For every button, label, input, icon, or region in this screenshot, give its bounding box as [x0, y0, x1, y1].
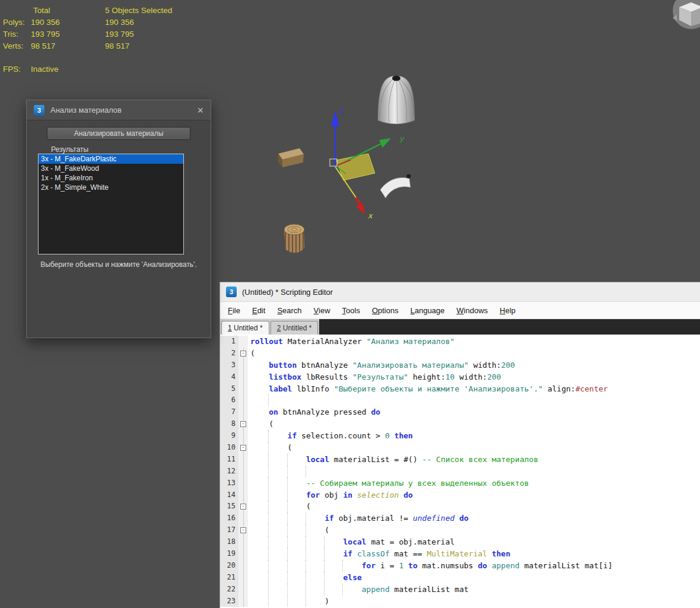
code-text: [248, 394, 700, 406]
editor-tab-2[interactable]: 2 Untitled *: [271, 321, 319, 335]
fold-margin: [238, 572, 248, 584]
fold-margin: -: [238, 501, 248, 512]
code-text: (: [248, 524, 700, 536]
menu-options[interactable]: Options: [366, 304, 405, 317]
indent-guide: [250, 478, 269, 489]
scripting-editor-window: 3 (Untitled) * Scripting Editor FileEdit…: [219, 282, 700, 608]
dialog-titlebar[interactable]: 3 Анализ материалов ×: [27, 100, 211, 120]
menu-help[interactable]: Help: [494, 304, 521, 317]
indent-guide: [269, 478, 287, 489]
menu-tools[interactable]: Tools: [336, 304, 366, 317]
line-number: 20: [220, 560, 238, 572]
indent-guide: [288, 572, 306, 584]
curved-panel-object[interactable]: [380, 174, 411, 199]
indent-guide: [288, 524, 306, 536]
fold-collapse-icon[interactable]: -: [240, 504, 246, 510]
code-text: if classOf mat == MultiMaterial then: [248, 548, 700, 560]
stats-selected-value: 98 517: [105, 40, 172, 52]
code-text: rollout MaterialAnalyzer "Анализ материа…: [248, 336, 700, 348]
fold-line: [243, 406, 244, 418]
line-number: 3: [220, 359, 238, 371]
dialog-title: Анализ материалов: [50, 106, 191, 114]
indent-guide: [250, 548, 269, 560]
lamp-shade-object[interactable]: [378, 76, 415, 125]
3dsmax-icon: 3: [226, 287, 237, 297]
indent-guide: [250, 359, 269, 371]
line-number: 11: [220, 454, 238, 466]
fold-line: [243, 383, 244, 395]
code-line: 22append materialList mat: [220, 584, 700, 596]
results-listbox[interactable]: 3x - M_FakeDarkPlastic3x - M_FakeWood1x …: [38, 154, 184, 254]
fold-margin: [238, 383, 248, 395]
line-number: 23: [220, 596, 238, 607]
menu-language[interactable]: Language: [405, 304, 451, 317]
fold-collapse-icon[interactable]: -: [240, 351, 246, 356]
fold-margin: [238, 560, 248, 572]
menu-view[interactable]: View: [308, 304, 336, 317]
indent-guide: [306, 548, 324, 560]
indent-guide: [343, 584, 361, 596]
list-item[interactable]: 3x - M_FakeDarkPlastic: [39, 154, 183, 164]
wood-cylinder-object[interactable]: [284, 224, 304, 253]
fold-margin: [238, 430, 248, 442]
stats-total-value: 98 517: [31, 40, 105, 52]
indent-guide: [306, 596, 324, 607]
code-line: 1rollout MaterialAnalyzer "Анализ матери…: [220, 336, 700, 348]
line-number: 1: [220, 336, 238, 348]
code-text: append materialList mat: [248, 584, 700, 596]
fold-line: [243, 371, 244, 383]
indent-guide: [288, 584, 306, 596]
fold-collapse-icon[interactable]: -: [240, 445, 246, 451]
code-line: 11local materialList = #() -- Список все…: [220, 454, 700, 466]
fold-line: [243, 478, 244, 489]
code-text: (: [248, 348, 700, 359]
indent-guide: [306, 512, 324, 524]
fold-collapse-icon[interactable]: -: [240, 421, 246, 427]
code-line: 21else: [220, 572, 700, 584]
editor-tab-1[interactable]: 1 Untitled *: [221, 321, 269, 335]
fold-margin: [238, 454, 248, 466]
editor-titlebar[interactable]: 3 (Untitled) * Scripting Editor: [220, 282, 700, 302]
editor-code-area[interactable]: 1rollout MaterialAnalyzer "Анализ матери…: [220, 335, 700, 608]
fold-line: [243, 430, 244, 442]
indent-guide: [288, 560, 306, 572]
fold-margin: [238, 394, 248, 406]
fold-line: [243, 584, 244, 596]
code-line: 13-- Собираем материалы у всех выделенны…: [220, 478, 700, 489]
fold-collapse-icon[interactable]: -: [240, 527, 246, 533]
fold-margin: [238, 512, 248, 524]
close-icon[interactable]: ×: [197, 105, 203, 116]
code-line: 5label lblInfo "Выберите объекты и нажми…: [220, 383, 700, 395]
code-text: listbox lbResults "Результаты" height:10…: [248, 371, 700, 383]
indent-guide: [250, 584, 269, 596]
fold-line: [243, 512, 244, 524]
line-number: 12: [220, 466, 238, 478]
indent-guide: [288, 454, 306, 466]
view-cube[interactable]: [673, 0, 700, 29]
list-item[interactable]: 2x - M_Simple_White: [39, 183, 183, 192]
fold-line: [243, 572, 244, 584]
y-axis-arrow: [379, 138, 391, 148]
code-line: 6: [220, 394, 700, 406]
fold-line: [243, 548, 244, 560]
code-text: (: [248, 501, 700, 512]
stats-header-selected: 5 Objects Selected: [105, 5, 172, 17]
code-text: label lblInfo "Выберите объекты и нажмит…: [248, 383, 700, 395]
menu-edit[interactable]: Edit: [246, 304, 271, 317]
indent-guide: [250, 489, 269, 501]
stats-row-label: Polys:: [3, 17, 31, 28]
analyze-materials-button[interactable]: Анализировать материалы: [47, 127, 190, 140]
stats-fps-row: FPS: Inactive: [3, 63, 172, 75]
code-text: [248, 466, 700, 478]
list-item[interactable]: 3x - M_FakeWood: [39, 164, 183, 173]
code-line: 19if classOf mat == MultiMaterial then: [220, 548, 700, 560]
wood-box-object[interactable]: [278, 148, 304, 167]
results-label: Результаты: [51, 145, 88, 154]
line-number: 15: [220, 501, 238, 512]
list-item[interactable]: 1x - M_FakeIron: [39, 173, 183, 183]
menu-windows[interactable]: Windows: [451, 304, 494, 317]
menu-search[interactable]: Search: [271, 304, 307, 317]
indent-guide: [288, 548, 306, 560]
line-number: 18: [220, 536, 238, 548]
menu-file[interactable]: File: [222, 304, 246, 317]
